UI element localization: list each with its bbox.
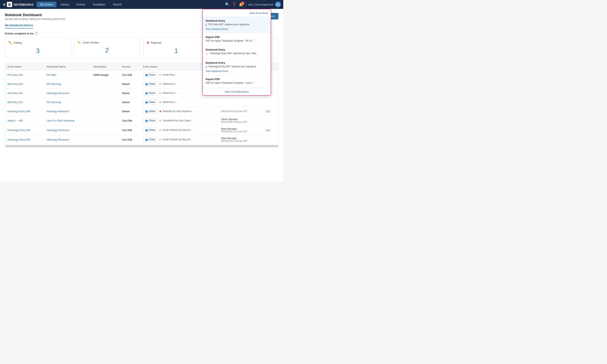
col-entry-name: Entry Name [5, 63, 44, 70]
nav-back-button[interactable]: ◀ [2, 2, 5, 7]
status-card-under-review-header: ✏️ Under Review [78, 41, 137, 44]
nav-logo-text: NOTEBOOKS [14, 3, 33, 6]
assigned-user: Oliver Operator [221, 118, 260, 121]
last-updated-cell [219, 98, 263, 107]
nav-tab-library[interactable]: Library [57, 2, 72, 7]
notif-item-1[interactable]: Notebook Entry ℹ "PE Entry 003" requires… [203, 17, 271, 33]
editing-count: 3 [8, 47, 67, 55]
access-cell: Can Edit [119, 70, 141, 79]
under-review-label: Under Review [82, 41, 99, 44]
notif-item-3[interactable]: Notebook Entry ⚠ "Histology Entry 004" r… [203, 46, 271, 59]
entry-name-link[interactable]: NB Entry 002 [8, 82, 23, 86]
notif-view-link-4[interactable]: View Notebook Entry [206, 70, 228, 73]
entry-name-link[interactable]: Histology Entry 004 [8, 110, 30, 113]
status-card-rejected-header: ✖ Rejected [147, 41, 206, 45]
share-button[interactable]: 👥 Share [143, 137, 158, 142]
description-cell [91, 89, 119, 98]
col-description: Description [91, 63, 119, 70]
notif-message-1: "PE Entry 003" requires your signature [208, 23, 249, 26]
notebook-name-link[interactable]: PE R&D [47, 73, 56, 77]
horizontal-scrollbar[interactable] [5, 145, 278, 147]
notif-type-5: Report PDF [206, 78, 268, 81]
nav-tab-search[interactable]: Search [109, 2, 125, 7]
my-notebook-entries-tab[interactable]: My Notebook Entries [5, 24, 33, 28]
notification-dropdown: Mark All as Read Notebook Entry ℹ "PE En… [202, 9, 271, 96]
share-button[interactable]: 👥 Share [143, 118, 158, 123]
notif-text-5: PDF for report "Notebook Template - Lab … [206, 81, 268, 84]
notebook-name-link[interactable]: PE Planning [47, 82, 61, 86]
nav-right: 🔍 ❓ 🔔 11 esp | Sara Supervisor SS [225, 2, 281, 7]
access-cell: Owner [119, 98, 141, 107]
entry-status-cell: 👥 Share✏ Under Review by Mary M... [141, 135, 219, 144]
nav-user: esp | Sara Supervisor SS [248, 2, 281, 7]
status-text: ✏ Under Review by Mary M... [159, 138, 192, 141]
notebook-name-link[interactable]: Lab #1's R&D Notebook [47, 119, 75, 122]
notebook-name-link[interactable]: Histology Research [47, 129, 69, 132]
access-cell: Can Edit [119, 116, 141, 125]
assigned-user: Mary Manager [221, 127, 260, 130]
notebook-name-link[interactable]: PE Planning [47, 101, 61, 104]
search-icon-button[interactable]: 🔍 [225, 2, 229, 7]
entry-status-cell: 👥 Share✏ Under Review by Data En... [141, 125, 219, 135]
notif-info-icon-1: ℹ [206, 23, 207, 26]
description-cell [91, 116, 119, 125]
mark-all-read-button[interactable]: Mark All as Read [250, 12, 268, 14]
rejected-label: Rejected [151, 41, 161, 44]
entry-name-link[interactable]: Histology Entry 002 [8, 138, 30, 141]
access-cell: Owner [119, 89, 141, 98]
notebook-name-link[interactable]: Histology Research [47, 91, 69, 95]
entry-name-link[interactable]: NB Entry 001 [8, 101, 23, 104]
tags-cell [263, 116, 278, 125]
access-cell: Can Edit [119, 125, 141, 135]
tag-badge: 17u [265, 110, 271, 113]
notebooks-logo-icon: 📓 [7, 2, 12, 7]
notif-message-2: PDF for report "Notebook Template - PE P… [206, 39, 254, 42]
entry-name-link[interactable]: PE Entry 003 [8, 73, 23, 77]
notebook-name-link[interactable]: Histology Research [47, 110, 69, 113]
share-button[interactable]: 👥 Share [143, 72, 158, 77]
status-text: ✏ Under Rev... [159, 73, 176, 77]
access-cell: Owner [119, 79, 141, 89]
user-initials: SS [276, 3, 280, 6]
nav-tab-entries[interactable]: Entries [73, 2, 89, 7]
notebook-name-link[interactable]: Histology Research [47, 138, 69, 141]
notif-message-5: PDF for report "Notebook Template - Lab … [206, 81, 254, 84]
notif-text-3: ⚠ "Histology Entry 004" rejected by sara… [206, 52, 268, 55]
notif-item-5[interactable]: Report PDF PDF for report "Notebook Temp… [203, 75, 271, 88]
entry-status-cell: 👥 Share✔ Completed by Sara Super... [141, 116, 219, 125]
notification-badge: 11 [241, 1, 244, 5]
status-text: ✏ Edited by S... [159, 101, 177, 104]
status-card-rejected[interactable]: ✖ Rejected 1 [143, 38, 209, 58]
status-text: ✏ Edited by S... [159, 91, 177, 95]
entry-name-link[interactable]: NB Entry 001 [8, 91, 23, 95]
description-cell: HWM Design [91, 70, 119, 79]
status-card-editing[interactable]: ✏️ Editing 3 [5, 38, 71, 58]
share-button[interactable]: 👥 Share [143, 81, 158, 86]
last-updated-cell: Mary Manager05/22/2024 11:37 am CDT [219, 125, 263, 135]
notif-header: Mark All as Read [203, 9, 271, 17]
status-card-under-review[interactable]: ✏️ Under Review 2 [74, 38, 140, 58]
notif-type-1: Notebook Entry [206, 19, 268, 22]
share-button[interactable]: 👥 Share [143, 128, 158, 132]
last-updated-cell: Mary Manager05/22/2024 11:29 am CDT [219, 135, 263, 144]
nav-tab-templates[interactable]: Templates [89, 2, 109, 7]
view-all-notifications-button[interactable]: View All Notifications [224, 90, 249, 93]
notif-item-4[interactable]: Notebook Entry ℹ "Histology Entry 004" r… [203, 59, 271, 75]
notif-view-link-1[interactable]: View Notebook Entry [206, 28, 228, 30]
help-icon[interactable]: ? [35, 32, 38, 35]
rejected-count: 1 [147, 47, 206, 55]
share-button[interactable]: 👥 Share [143, 91, 158, 95]
help-icon-button[interactable]: ❓ [232, 2, 236, 7]
assigned-user: Mary Manager [221, 137, 260, 140]
share-button[interactable]: 👥 Share [143, 100, 158, 104]
description-cell [91, 98, 119, 107]
entry-name-link[interactable]: Histology Entry 003 [8, 129, 30, 132]
notif-item-2[interactable]: Report PDF PDF for report "Notebook Temp… [203, 33, 271, 46]
tag-badge: 17u [265, 129, 271, 132]
description-cell [91, 125, 119, 135]
share-button[interactable]: 👥 Share [143, 109, 158, 114]
notifications-button[interactable]: 🔔 11 [239, 2, 243, 7]
entry-name-link[interactable]: Week 1 - 492 [8, 119, 23, 122]
under-review-count: 2 [78, 47, 137, 54]
nav-tab-my-entries[interactable]: My Entries [37, 2, 56, 7]
